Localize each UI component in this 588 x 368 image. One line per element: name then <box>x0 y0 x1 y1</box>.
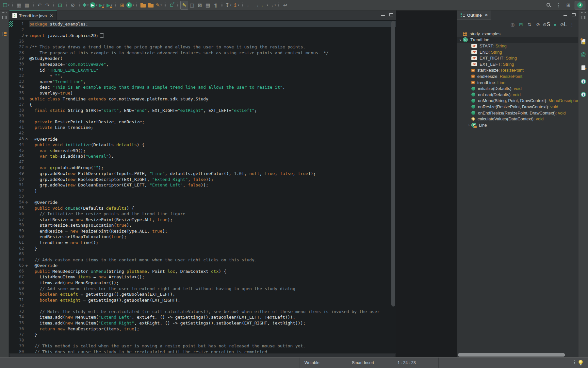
run-last-icon[interactable]: ▶▾ <box>98 1 105 9</box>
new-wizard-icon[interactable]: ❏▾ <box>3 1 10 9</box>
run-icon[interactable]: ▶▾ <box>90 1 97 9</box>
show-whitespace-icon[interactable]: ¶ <box>212 1 219 9</box>
outline-item-end[interactable]: SFEND : String <box>457 49 578 55</box>
drag-handle-icon[interactable] <box>2 12 7 13</box>
format-marker-icon[interactable]: ✎▾ <box>155 1 162 9</box>
hide-static-icon[interactable]: ⊘S <box>543 21 550 28</box>
code-line[interactable]: 45 var sd=createSD(); <box>9 148 396 154</box>
code-line[interactable]: 75 items.add(new MenuItem("Extend Right"… <box>9 320 396 326</box>
hide-local-types-icon[interactable]: ⊘L <box>560 21 567 28</box>
code-line[interactable]: 31 id="TREND_LINE_EXAMPLE" <box>9 67 396 73</box>
outline-item-study-examples[interactable]: study_examples <box>457 31 578 37</box>
code-line[interactable]: 42 <box>9 131 396 136</box>
code-line[interactable]: 68 items.add(new MenuSeparator()); <box>9 280 396 286</box>
close-icon[interactable]: ✕ <box>50 13 53 18</box>
code-line[interactable]: 67 List<MenuItem> items = new ArrayList<… <box>9 274 396 280</box>
word-wrap-icon[interactable]: ▤ <box>204 1 211 9</box>
focus-active-task-icon[interactable]: ◎ <box>509 21 516 28</box>
code-line[interactable]: 55 public void onLoad(Defaults defaults)… <box>9 205 396 211</box>
maximize-icon[interactable] <box>389 13 393 16</box>
minimize-icon[interactable] <box>381 13 385 16</box>
code-line[interactable]: 52 } <box>9 188 396 194</box>
outline-item-initialize-defaults[interactable]: initialize(Defaults) : void <box>457 85 578 92</box>
fold-toggle-icon[interactable]: ⊖ <box>24 263 29 269</box>
file-coverage-icon[interactable]: CF <box>168 1 175 9</box>
java-perspective-button[interactable]: J <box>575 1 585 9</box>
editor-vertical-scrollbar[interactable] <box>391 21 395 307</box>
code-line[interactable]: 29@StudyHeader( <box>9 56 396 61</box>
external-tools-icon[interactable]: ▶▾ <box>106 1 113 9</box>
next-annotation-icon[interactable]: ↧▾ <box>225 1 232 9</box>
code-line[interactable]: 48 var grp=tab.addGroup(""); <box>9 165 396 171</box>
code-line[interactable]: 2 <box>9 27 396 33</box>
declaration-view-icon[interactable] <box>581 65 585 70</box>
code-line[interactable]: 43⊖ @Override <box>9 136 396 142</box>
code-line[interactable]: 79 // This method is called when the use… <box>9 343 396 349</box>
code-line[interactable]: 54⊖ @Override <box>9 200 396 205</box>
code-editor[interactable]: 1package study_examples;23⊕import java.a… <box>9 20 396 353</box>
editor-tab[interactable]: J TrendLine.java ✕ <box>9 10 57 20</box>
info-view-icon-2[interactable]: i <box>581 92 586 97</box>
code-line[interactable]: 66 public MenuDescriptor onMenu(String p… <box>9 269 396 274</box>
code-line[interactable]: 49 grp.addRow(new PathDescriptor(Inputs.… <box>9 171 396 177</box>
drag-handle-icon[interactable] <box>581 12 586 13</box>
open-console-icon[interactable]: ⊡ <box>57 1 64 9</box>
code-line[interactable]: 3⊕import java.awt.Graphics2D; <box>9 33 396 39</box>
outline-item-calculatevalues-datacontext[interactable]: calculateValues(DataContext) : void <box>457 116 578 122</box>
code-line[interactable]: 40 private ResizePoint startResize, endR… <box>9 119 396 125</box>
code-line[interactable]: 37{ <box>9 102 396 108</box>
undo-icon[interactable]: ↶ <box>36 1 43 9</box>
save-icon[interactable]: ▦ <box>15 1 23 9</box>
back-small-icon[interactable]: ← <box>245 1 253 9</box>
code-line[interactable]: 80 // This does not cause the study to b… <box>9 349 396 353</box>
code-line[interactable]: 57 startResize = new ResizePoint(ResizeT… <box>9 217 396 223</box>
code-line[interactable]: 78 <box>9 338 396 343</box>
redo-icon[interactable]: ↷ <box>44 1 51 9</box>
code-line[interactable]: 56 // Initialize the resize points and t… <box>9 211 396 217</box>
code-line[interactable]: 60 endResize.setSnapToLocation(true); <box>9 234 396 240</box>
quick-fix-bulb-icon[interactable] <box>579 360 583 364</box>
collapse-all-icon[interactable]: ⊟ <box>517 21 525 28</box>
code-line[interactable]: 59 endResize = new ResizePoint(ResizeTyp… <box>9 228 396 234</box>
outline-item-startresize[interactable]: startResize : ResizePoint <box>457 67 578 74</box>
previous-annotation-icon[interactable]: ↥▾ <box>233 1 240 9</box>
maximize-icon[interactable] <box>572 13 576 16</box>
info-view-icon[interactable]: i <box>581 79 586 84</box>
status-overflow-icon[interactable]: ⋮ <box>572 359 577 365</box>
expand-chevron-icon[interactable]: ∨ <box>458 38 463 42</box>
code-line[interactable]: 62 } <box>9 246 396 252</box>
code-line[interactable]: 34 desc="This is an example study that d… <box>9 84 396 90</box>
code-line[interactable]: 35 overlay=true) <box>9 90 396 96</box>
folded-region-icon[interactable] <box>100 33 104 38</box>
code-line[interactable]: 76 return new MenuDescriptor(items, true… <box>9 326 396 332</box>
close-icon[interactable]: ✕ <box>485 13 488 17</box>
outline-item-ext-left[interactable]: SFEXT_LEFT : String <box>457 61 578 67</box>
code-line[interactable]: 39 <box>9 113 396 119</box>
minimize-icon[interactable] <box>564 13 567 16</box>
new-java-project-icon[interactable]: ⊞ <box>119 1 126 9</box>
code-line[interactable]: 44 public void initialize(Defaults defau… <box>9 142 396 148</box>
open-task-icon[interactable] <box>139 1 147 9</box>
code-line[interactable]: 71 boolean extRight = getSettings().getB… <box>9 297 396 303</box>
show-selected-element-icon[interactable]: ◫ <box>188 1 196 9</box>
save-all-icon[interactable]: ▩ <box>23 1 30 9</box>
mark-occurrences-icon[interactable]: ✎ <box>181 1 188 9</box>
new-class-icon[interactable]: C▾ <box>126 1 134 9</box>
import-projects-icon[interactable] <box>147 1 155 9</box>
outline-item-ext-right[interactable]: SFEXT_RIGHT : String <box>457 55 578 61</box>
outline-item-start[interactable]: SFSTART : String <box>457 43 578 49</box>
outline-item-trendline[interactable]: trendLine : Line <box>457 79 578 86</box>
code-line[interactable]: 74 items.add(new MenuItem("Extend Left",… <box>9 314 396 320</box>
outline-item-onmenu-string-point-drawcontext[interactable]: onMenu(String, Point, DrawContext) : Men… <box>457 98 578 104</box>
restore-view-icon[interactable] <box>581 16 585 19</box>
outline-item-onresize-resizepoint-drawcontext[interactable]: onResize(ResizePoint, DrawContext) : voi… <box>457 104 578 110</box>
code-line[interactable]: 72 <box>9 303 396 309</box>
code-line[interactable]: 36public class TrendLine extends com.mot… <box>9 96 396 102</box>
forward-icon[interactable]: →▾ <box>269 1 276 9</box>
code-line[interactable]: 30 namespace="com.motivewave", <box>9 61 396 67</box>
outline-item-onload-defaults[interactable]: onLoad(Defaults) : void <box>457 92 578 98</box>
toolbar-overflow-icon[interactable]: ⋮ <box>555 1 562 9</box>
code-line[interactable]: 63 <box>9 251 396 257</box>
outline-item-trendline[interactable]: ∨CTrendLine <box>457 37 578 43</box>
outline-tab[interactable]: Outline ✕ <box>457 10 491 20</box>
